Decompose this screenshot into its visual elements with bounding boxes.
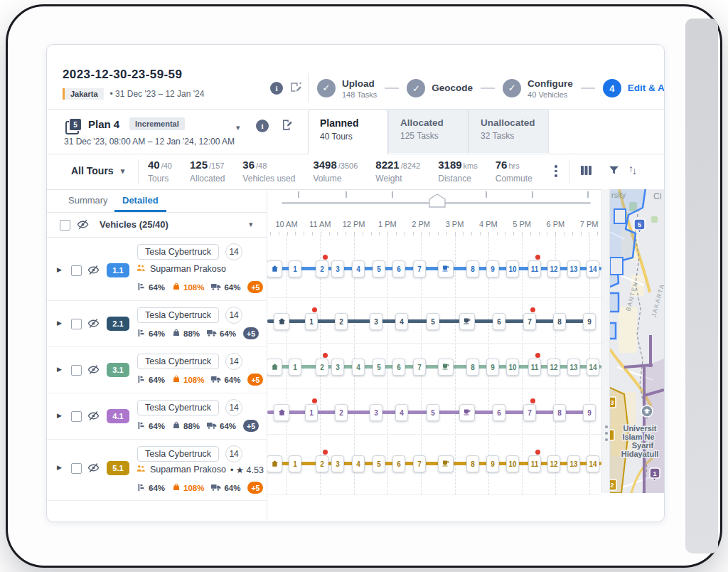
stop-marker[interactable]: 7	[413, 359, 426, 376]
expand-icon[interactable]: ▶	[57, 366, 62, 373]
stop-marker[interactable]: 2	[316, 455, 328, 472]
vehicle-checkbox[interactable]	[71, 265, 82, 276]
plan-edit-icon[interactable]	[280, 118, 294, 134]
expand-icon[interactable]: ▶	[57, 266, 62, 273]
stop-marker[interactable]: 11	[528, 455, 541, 472]
vehicle-type-chip[interactable]: Tesla Cybertruck	[137, 307, 219, 323]
stepper-step-configure[interactable]: ✓Configure40 Vehicles	[503, 78, 573, 99]
stop-marker[interactable]: 3	[331, 359, 344, 376]
info-icon[interactable]: i	[270, 82, 283, 95]
expand-icon[interactable]: ▶	[57, 319, 62, 327]
tour-id-badge[interactable]: 4.1	[107, 409, 129, 423]
stop-marker[interactable]: 5	[427, 404, 439, 421]
expand-icon[interactable]: ▶	[57, 412, 62, 419]
select-all-checkbox[interactable]	[60, 220, 70, 231]
stop-marker[interactable]: 8	[466, 455, 479, 472]
stop-marker[interactable]: 9	[486, 260, 499, 277]
home-marker[interactable]	[267, 260, 282, 277]
stop-marker[interactable]: 4	[352, 455, 365, 472]
vehicle-checkbox[interactable]	[71, 411, 82, 422]
expand-icon[interactable]: ▶	[57, 464, 62, 471]
stop-marker[interactable]: 5	[373, 359, 385, 376]
vehicle-checkbox[interactable]	[71, 463, 82, 474]
stop-marker[interactable]: 9	[486, 359, 499, 376]
stop-marker[interactable]: 13	[567, 260, 580, 277]
stop-marker[interactable]: 6	[392, 455, 405, 472]
slider-handle[interactable]	[429, 194, 446, 211]
tour-filter-dropdown[interactable]: All Tours ▾	[71, 165, 124, 176]
stop-marker[interactable]: 2	[335, 313, 348, 330]
stop-marker[interactable]: 5	[373, 260, 385, 277]
break-marker[interactable]	[459, 313, 475, 330]
home-marker[interactable]	[274, 404, 289, 421]
plan-caret-icon[interactable]: ▾	[236, 124, 240, 132]
stop-marker[interactable]: 7	[523, 404, 536, 421]
stop-marker[interactable]: 8	[466, 359, 479, 376]
stop-marker[interactable]: 10	[506, 455, 519, 472]
home-marker[interactable]	[274, 313, 289, 330]
stop-marker[interactable]: 12	[547, 260, 560, 277]
more-options-icon[interactable]	[553, 164, 559, 179]
extra-tasks-pill[interactable]: +5	[247, 281, 263, 293]
task-count-badge[interactable]: 14	[225, 307, 242, 324]
stop-marker[interactable]: 2	[316, 260, 328, 277]
home-marker[interactable]	[267, 359, 282, 376]
columns-icon[interactable]	[580, 164, 592, 179]
vehicle-row-5.1[interactable]: ▶5.1Tesla Cybertruck14Suparman Prakoso• …	[47, 440, 267, 501]
edit-note-icon[interactable]	[289, 80, 302, 97]
stop-marker[interactable]: 4	[395, 313, 408, 330]
stop-marker[interactable]: 1	[289, 260, 301, 277]
break-marker[interactable]	[438, 359, 454, 376]
stop-marker[interactable]: 5	[427, 313, 439, 330]
stop-marker[interactable]: 1	[289, 359, 301, 376]
extra-tasks-pill[interactable]: +5	[247, 374, 263, 386]
vehicle-checkbox[interactable]	[71, 319, 82, 329]
stop-marker[interactable]: 3	[331, 455, 344, 472]
stop-marker[interactable]: 9	[583, 313, 596, 330]
stop-marker[interactable]: 14	[587, 455, 599, 472]
stop-marker[interactable]: 12	[547, 359, 560, 376]
sort-icon[interactable]: ↑↓	[628, 163, 637, 174]
hide-vehicle-eye-off-icon[interactable]	[87, 364, 100, 378]
hide-vehicle-eye-off-icon[interactable]	[87, 410, 100, 425]
tab-planned[interactable]: Planned40 Tours	[308, 109, 388, 154]
map-marker[interactable]	[610, 430, 614, 440]
stop-marker[interactable]: 1	[305, 313, 318, 330]
stop-marker[interactable]: 5	[373, 455, 385, 472]
tab-unallocated[interactable]: Unallocated32 Tasks	[469, 109, 549, 153]
stepper-step-geocode[interactable]: ✓Geocode	[407, 79, 473, 97]
stop-marker[interactable]: 13	[567, 455, 580, 472]
hide-vehicle-eye-off-icon[interactable]	[87, 264, 100, 279]
vehicle-type-chip[interactable]: Tesla Cybertruck	[137, 400, 219, 415]
stop-marker[interactable]: 13	[567, 359, 580, 376]
stop-marker[interactable]: 8	[553, 404, 566, 421]
stop-marker[interactable]: 14	[587, 359, 599, 376]
stop-marker[interactable]: 6	[392, 260, 405, 277]
tour-id-badge[interactable]: 5.1	[107, 461, 129, 475]
timeline-range-slider[interactable]	[267, 189, 601, 214]
task-count-badge[interactable]: 14	[225, 243, 242, 260]
task-count-badge[interactable]: 14	[225, 445, 242, 462]
stop-marker[interactable]: 6	[392, 359, 405, 376]
stop-marker[interactable]: 3	[331, 260, 344, 277]
stop-marker[interactable]: 2	[335, 404, 348, 421]
stop-marker[interactable]: 7	[523, 313, 536, 330]
collapse-caret-icon[interactable]: ▾	[249, 221, 253, 228]
hide-vehicle-eye-off-icon[interactable]	[87, 317, 100, 332]
map-marker[interactable]: 2	[610, 480, 616, 490]
stop-marker[interactable]: 3	[370, 404, 382, 421]
stop-marker[interactable]: 12	[547, 455, 560, 472]
extra-tasks-pill[interactable]: +5	[243, 327, 259, 339]
break-marker[interactable]	[459, 404, 475, 421]
stop-marker[interactable]: 11	[528, 260, 541, 277]
stop-marker[interactable]: 2	[316, 359, 328, 376]
tab-summary[interactable]: Summary	[68, 195, 108, 206]
tab-allocated[interactable]: Allocated125 Tasks	[388, 109, 469, 153]
vehicle-row-3.1[interactable]: ▶3.1Tesla Cybertruck1464%108%64%+5	[47, 347, 267, 393]
stop-marker[interactable]: 14	[587, 260, 599, 277]
vehicle-row-1.1[interactable]: ▶1.1Tesla Cybertruck14Suparman Prakoso64…	[47, 238, 267, 301]
stop-marker[interactable]: 8	[466, 260, 479, 277]
stop-marker[interactable]: 3	[370, 313, 382, 330]
vehicle-type-chip[interactable]: Tesla Cybertruck	[137, 354, 219, 369]
vehicles-group-header[interactable]: Vehicles (25/40) ▾	[47, 213, 267, 238]
